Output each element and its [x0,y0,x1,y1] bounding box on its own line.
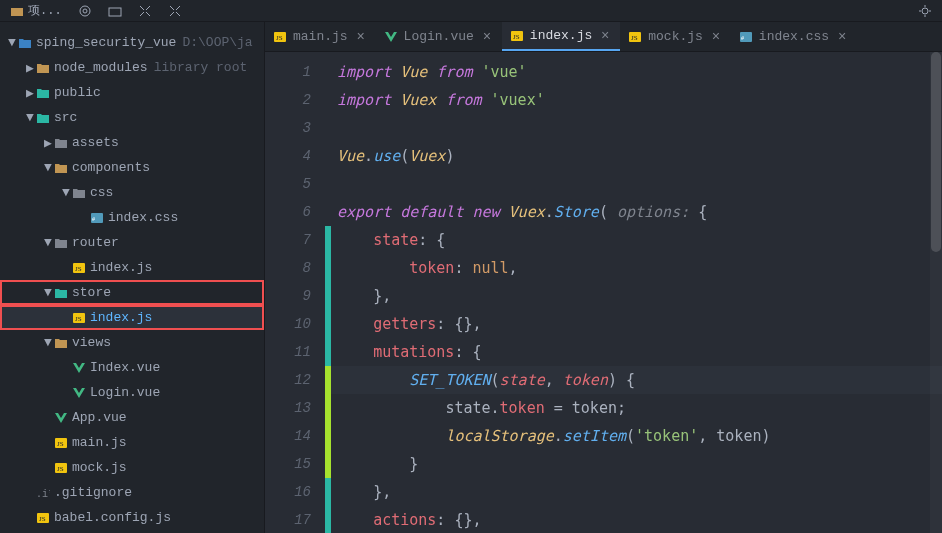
code-line-17[interactable]: actions: {}, [325,506,942,533]
code-line-16[interactable]: }, [325,478,942,506]
line-number: 16 [271,478,311,506]
code-area[interactable]: 123456789101112131415161718 import Vue f… [265,52,942,533]
tree-node-login-vue[interactable]: Login.vue [0,380,264,405]
js-icon: JS [628,30,642,44]
line-number: 1 [271,58,311,86]
tree-node-app-vue[interactable]: App.vue [0,405,264,430]
tab-main-js[interactable]: JSmain.js× [265,22,376,51]
tree-node-mock-js[interactable]: JSmock.js [0,455,264,480]
change-marker [325,366,331,394]
tree-node-label: index.css [108,210,178,225]
tree-node-index-vue[interactable]: Index.vue [0,355,264,380]
code-text: import Vue from 'vue' [337,63,527,81]
vue-icon [54,411,68,425]
tree-node-sping-security-vue[interactable]: ▼sping_security_vueD:\OOP\ja [0,30,264,55]
code-line-13[interactable]: state.token = token; [325,394,942,422]
tree-node-views[interactable]: ▼views [0,330,264,355]
tree-expander[interactable]: ▼ [44,235,52,250]
vue-icon [384,30,398,44]
tree-node-node-modules[interactable]: ▶node_moduleslibrary root [0,55,264,80]
tree-expander[interactable]: ▼ [44,285,52,300]
tree-node-store[interactable]: ▼store [0,280,264,305]
collapse-icon[interactable] [132,0,158,21]
vue-icon [72,361,86,375]
tab-login-vue[interactable]: Login.vue× [376,22,502,51]
code-line-5[interactable] [325,170,942,198]
svg-text:#: # [92,216,95,222]
tree-node-label: main.js [72,435,127,450]
tree-node--gitignore[interactable]: .i*.gitignore [0,480,264,505]
tree-expander[interactable]: ▶ [44,135,52,151]
tree-node-index-css[interactable]: #index.css [0,205,264,230]
close-icon[interactable]: × [709,29,723,45]
tree-node-path: library root [154,60,248,75]
code-line-7[interactable]: state: { [325,226,942,254]
project-tree[interactable]: ▼sping_security_vueD:\OOP\ja▶node_module… [0,22,265,533]
gear-icon[interactable] [912,0,938,21]
code-lines[interactable]: import Vue from 'vue'import Vuex from 'v… [325,52,942,533]
tree-node-label: components [72,160,150,175]
project-toolwindow-button[interactable]: 项... [4,0,68,21]
svg-text:JS: JS [75,265,82,273]
vertical-scrollbar[interactable] [930,52,942,533]
vertical-scrollbar-thumb[interactable] [931,52,941,252]
tree-node-babel-config-js[interactable]: JSbabel.config.js [0,505,264,530]
tree-expander[interactable]: ▼ [44,160,52,175]
target-icon[interactable] [72,0,98,21]
code-text: }, [337,483,391,501]
folder-teal-icon [36,111,50,125]
tree-node-router[interactable]: ▼router [0,230,264,255]
tree-node-css[interactable]: ▼css [0,180,264,205]
gutter: 123456789101112131415161718 [265,52,325,533]
tree-node-src[interactable]: ▼src [0,105,264,130]
folder-gray-icon [54,136,68,150]
tree-node-label: sping_security_vue [36,35,176,50]
code-line-8[interactable]: token: null, [325,254,942,282]
code-line-11[interactable]: mutations: { [325,338,942,366]
tree-node-main-js[interactable]: JSmain.js [0,430,264,455]
close-icon[interactable]: × [598,28,612,44]
code-line-9[interactable]: }, [325,282,942,310]
code-text: import Vuex from 'vuex' [337,91,545,109]
change-marker [325,478,331,506]
code-line-2[interactable]: import Vuex from 'vuex' [325,86,942,114]
tree-expander[interactable]: ▼ [44,335,52,350]
tree-node-label: index.js [90,310,152,325]
close-icon[interactable]: × [480,29,494,45]
tree-node-index-js[interactable]: JSindex.js [0,255,264,280]
code-text: SET_TOKEN(state, token) { [337,371,635,389]
change-marker [325,282,331,310]
code-line-3[interactable] [325,114,942,142]
tree-expander[interactable]: ▶ [26,60,34,76]
close-icon[interactable]: × [835,29,849,45]
tree-expander[interactable]: ▼ [8,35,16,50]
code-text: mutations: { [337,343,482,361]
expand-icon[interactable] [162,0,188,21]
folder-teal-icon [54,286,68,300]
close-icon[interactable]: × [354,29,368,45]
tab-index-css[interactable]: #index.css× [731,22,857,51]
code-line-4[interactable]: Vue.use(Vuex) [325,142,942,170]
code-line-12[interactable]: SET_TOKEN(state, token) { [325,366,942,394]
tree-node-label: index.js [90,260,152,275]
code-line-10[interactable]: getters: {}, [325,310,942,338]
code-line-1[interactable]: import Vue from 'vue' [325,58,942,86]
tree-expander[interactable]: ▶ [26,85,34,101]
svg-text:#: # [741,35,744,41]
tree-node-index-js[interactable]: JSindex.js [0,305,264,330]
code-line-15[interactable]: } [325,450,942,478]
js-icon: JS [36,511,50,525]
tree-expander[interactable]: ▼ [62,185,70,200]
tree-node-components[interactable]: ▼components [0,155,264,180]
code-text: localStorage.setItem('token', token) [337,427,771,445]
code-line-14[interactable]: localStorage.setItem('token', token) [325,422,942,450]
tab-mock-js[interactable]: JSmock.js× [620,22,731,51]
code-text: state.token = token; [337,399,626,417]
tree-node-assets[interactable]: ▶assets [0,130,264,155]
code-line-6[interactable]: export default new Vuex.Store( options: … [325,198,942,226]
tab-label: index.js [530,28,592,43]
tree-expander[interactable]: ▼ [26,110,34,125]
folder-open-icon[interactable] [102,0,128,21]
tree-node-public[interactable]: ▶public [0,80,264,105]
tab-index-js[interactable]: JSindex.js× [502,22,620,51]
